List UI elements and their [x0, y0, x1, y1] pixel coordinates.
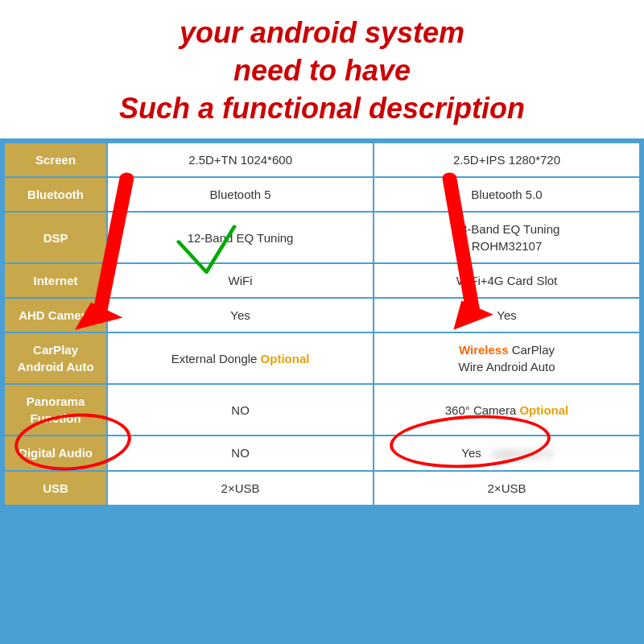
page-wrapper: your android system need to have Such a … — [0, 0, 644, 644]
table-row: Internet WiFi WiFi+4G Card Slot — [4, 263, 640, 298]
header-line2: need to have — [233, 54, 411, 87]
header-line3: Such a functional description — [119, 92, 525, 125]
table-row: USB 2×USB 2×USB — [4, 471, 640, 506]
optional-badge-360: Optional — [519, 403, 568, 417]
row-v2-screen: 2.5D+IPS 1280*720 — [374, 142, 640, 177]
watermark: watermark ® — [493, 448, 552, 460]
comparison-table: Screen 2.5D+TN 1024*600 2.5D+IPS 1280*72… — [3, 142, 641, 506]
wireless-label: Wireless — [459, 343, 509, 357]
row-label-carplay: CarPlayAndroid Auto — [4, 332, 107, 384]
optional-badge-v1: Optional — [261, 352, 310, 365]
table-row-panorama: PanoramaFunction NO 360° Camera Optional — [4, 384, 640, 436]
row-v1-bluetooth: Bluetooth 5 — [107, 177, 374, 212]
row-v2-carplay: Wireless CarPlayWire Android Auto — [374, 332, 640, 384]
table-row: DSP 12-Band EQ Tuning 48-Band EQ TuningR… — [4, 212, 640, 263]
table-row: Bluetooth Bluetooth 5 Bluetooth 5.0 — [4, 177, 640, 212]
row-v2-usb: 2×USB — [374, 471, 640, 506]
row-v2-dsp: 48-Band EQ TuningROHM32107 — [374, 212, 640, 263]
table-row: Digital Audio NO Yes watermark ® — [4, 436, 640, 470]
table-section: Screen 2.5D+TN 1024*600 2.5D+IPS 1280*72… — [3, 142, 641, 506]
row-v1-internet: WiFi — [107, 263, 374, 298]
table-row: Screen 2.5D+TN 1024*600 2.5D+IPS 1280*72… — [4, 142, 640, 177]
header-text: your android system need to have Such a … — [103, 0, 541, 138]
row-v2-panorama: 360° Camera Optional — [374, 384, 640, 436]
table-row: AHD Camera Yes Yes — [4, 298, 640, 332]
row-v1-carplay: External Dongle Optional — [107, 332, 374, 384]
table-container: Screen 2.5D+TN 1024*600 2.5D+IPS 1280*72… — [0, 138, 644, 644]
row-v2-bluetooth: Bluetooth 5.0 — [374, 177, 640, 212]
row-label-bluetooth: Bluetooth — [4, 177, 107, 212]
row-v1-screen: 2.5D+TN 1024*600 — [107, 142, 374, 177]
row-label-panorama: PanoramaFunction — [4, 384, 107, 436]
row-v2-ahd: Yes — [374, 298, 640, 332]
row-v1-usb: 2×USB — [107, 471, 374, 506]
row-v1-dsp: 12-Band EQ Tuning — [107, 212, 374, 263]
row-label-screen: Screen — [4, 142, 107, 177]
row-label-dsp: DSP — [4, 212, 107, 263]
row-v2-audio: Yes watermark ® — [374, 436, 640, 470]
header-line1: your android system — [180, 16, 464, 49]
row-v1-ahd: Yes — [107, 298, 374, 332]
row-v1-panorama: NO — [107, 384, 374, 436]
row-label-internet: Internet — [4, 263, 107, 298]
row-v1-audio: NO — [107, 436, 374, 470]
row-label-audio: Digital Audio — [4, 436, 107, 470]
row-label-usb: USB — [4, 471, 107, 506]
row-v2-internet: WiFi+4G Card Slot — [374, 263, 640, 298]
row-label-ahd: AHD Camera — [4, 298, 107, 332]
table-row: CarPlayAndroid Auto External Dongle Opti… — [4, 332, 640, 384]
